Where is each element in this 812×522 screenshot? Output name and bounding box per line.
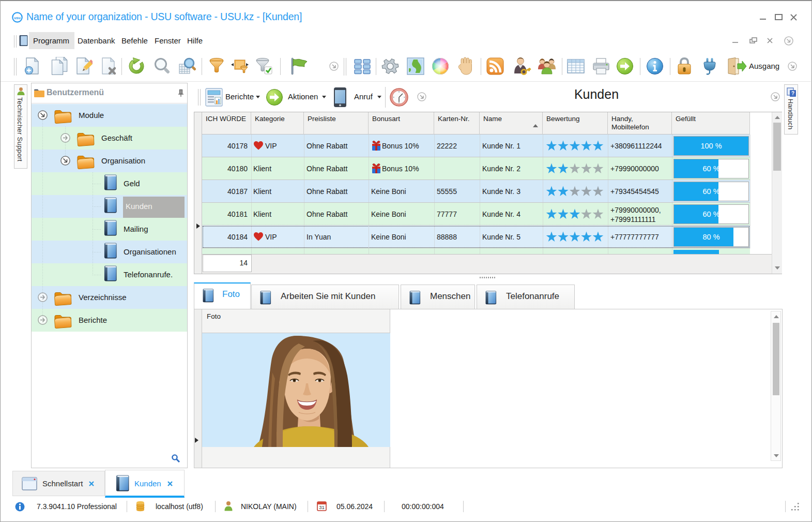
svg-text:?: ? xyxy=(791,91,794,96)
svg-text:usu: usu xyxy=(14,16,20,20)
svg-text:31: 31 xyxy=(319,504,325,510)
